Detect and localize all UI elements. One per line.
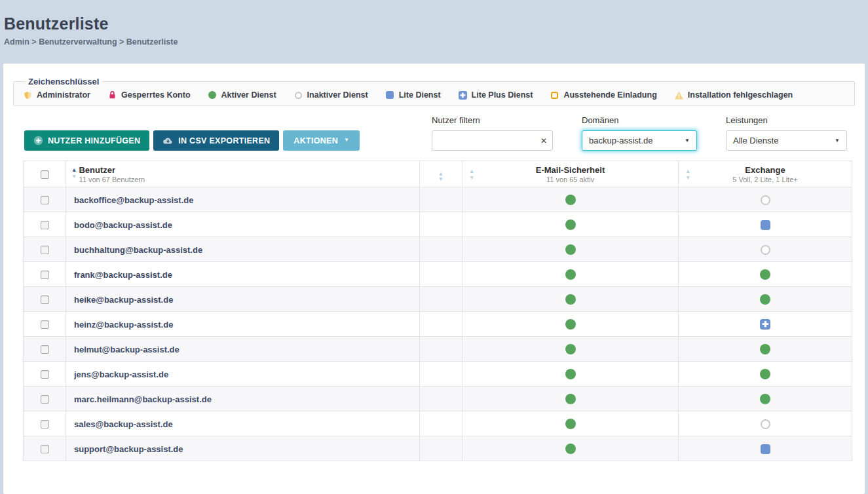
user-email-link[interactable]: bodo@backup-assist.de xyxy=(74,220,172,230)
active-status-icon[interactable] xyxy=(565,244,576,255)
chevron-down-icon: ▼ xyxy=(344,137,349,143)
services-select[interactable]: Alle Dienste ▼ xyxy=(726,130,847,151)
page-header: Benutzerliste Admin > Benutzerverwaltung… xyxy=(0,0,868,64)
active-status-icon[interactable] xyxy=(760,294,770,305)
legend-item-label: Inaktiver Dienst xyxy=(307,90,368,100)
inactive-status-icon[interactable] xyxy=(761,245,770,255)
empty-cell xyxy=(420,387,462,411)
user-email-link[interactable]: backoffice@backup-assist.de xyxy=(74,195,193,205)
user-email-link[interactable]: helmut@backup-assist.de xyxy=(74,345,179,354)
column-title-benutzer: Benutzer xyxy=(79,165,145,175)
actions-button[interactable]: AKTIONEN ▼ xyxy=(283,130,360,151)
empty-cell xyxy=(420,362,462,387)
sort-header-benutzer[interactable]: ▲▼ Benutzer 11 von 67 Benutzern xyxy=(66,161,420,187)
legend-item-label: Gesperrtes Konto xyxy=(121,90,191,100)
inactive-ring-icon xyxy=(293,92,303,99)
empty-cell xyxy=(420,212,462,237)
user-email-link[interactable]: heike@backup-assist.de xyxy=(74,295,173,305)
services-selected-value: Alle Dienste xyxy=(733,136,778,145)
actions-label: AKTIONEN xyxy=(293,136,338,145)
lite-square-icon xyxy=(385,91,395,99)
select-all-checkbox[interactable] xyxy=(41,170,49,179)
row-checkbox[interactable] xyxy=(41,420,49,428)
table-row: sales@backup-assist.de xyxy=(24,411,852,436)
row-checkbox[interactable] xyxy=(41,345,49,354)
legend-item: Ausstehende Einladung xyxy=(550,90,656,100)
active-status-icon[interactable] xyxy=(760,344,770,354)
user-email-link[interactable]: jens@backup-assist.de xyxy=(74,370,168,379)
active-status-icon[interactable] xyxy=(565,195,576,205)
active-status-icon[interactable] xyxy=(565,344,576,354)
table-row: buchhaltung@backup-assist.de xyxy=(24,237,852,262)
table-row: support@backup-assist.de xyxy=(24,436,852,461)
active-status-icon[interactable] xyxy=(565,319,576,330)
cloud-download-icon xyxy=(162,136,174,145)
domains-select[interactable]: backup-assist.de ▼ xyxy=(582,130,697,151)
inactive-status-icon[interactable] xyxy=(761,419,770,429)
services-filter-group: Leistungen Alle Dienste ▼ xyxy=(726,115,847,151)
active-status-icon[interactable] xyxy=(565,394,576,404)
active-status-icon[interactable] xyxy=(760,269,770,280)
row-checkbox[interactable] xyxy=(41,246,49,254)
empty-cell xyxy=(420,312,462,337)
lite-plus-square-icon: ✚ xyxy=(458,91,468,100)
row-checkbox[interactable] xyxy=(41,370,49,379)
legend-item-label: Ausstehende Einladung xyxy=(563,90,656,100)
services-label: Leistungen xyxy=(726,115,847,125)
column-title-exchange: Exchange xyxy=(745,165,785,175)
table-row: helmut@backup-assist.de xyxy=(24,337,852,362)
active-status-icon[interactable] xyxy=(565,269,576,280)
row-checkbox[interactable] xyxy=(41,196,49,204)
active-status-icon[interactable] xyxy=(760,394,770,404)
active-status-icon[interactable] xyxy=(565,219,576,230)
active-status-icon[interactable] xyxy=(565,419,576,429)
sort-header-exchange[interactable]: ▲▼ Exchange 5 Voll, 2 Lite, 1 Lite+ xyxy=(679,161,852,187)
row-checkbox[interactable] xyxy=(41,271,49,279)
legend-item: Administrator xyxy=(23,90,90,100)
add-user-button[interactable]: NUTZER HINZUFÜGEN xyxy=(24,130,149,151)
row-checkbox[interactable] xyxy=(41,320,49,329)
row-checkbox[interactable] xyxy=(41,295,49,304)
row-checkbox[interactable] xyxy=(41,445,49,453)
legend-item-label: Lite Plus Dienst xyxy=(472,90,533,100)
legend-item: Aktiver Dienst xyxy=(208,90,276,100)
legend-item-label: Lite Dienst xyxy=(399,90,441,100)
column-subtitle-exchange: 5 Voll, 2 Lite, 1 Lite+ xyxy=(732,176,797,183)
empty-cell xyxy=(420,287,462,312)
admin-shield-icon xyxy=(23,91,33,100)
domains-label: Domänen xyxy=(582,115,697,125)
row-checkbox[interactable] xyxy=(41,221,49,229)
breadcrumb: Admin > Benutzerverwaltung > Benutzerlis… xyxy=(4,37,868,47)
user-email-link[interactable]: marc.heilmann@backup-assist.de xyxy=(74,394,212,404)
export-csv-button[interactable]: IN CSV EXPORTIEREN xyxy=(153,130,279,151)
empty-cell xyxy=(420,411,462,436)
active-status-icon[interactable] xyxy=(565,294,576,305)
active-status-icon[interactable] xyxy=(565,444,576,454)
sort-header-email-security[interactable]: ▲▼ E-Mail-Sicherheit 11 von 65 aktiv xyxy=(462,161,679,187)
user-email-link[interactable]: support@backup-assist.de xyxy=(74,444,183,454)
user-email-link[interactable]: frank@backup-assist.de xyxy=(74,270,172,280)
lite-status-icon[interactable] xyxy=(761,444,770,454)
select-caret-icon: ▼ xyxy=(685,138,690,143)
active-status-icon[interactable] xyxy=(565,369,576,379)
toolbar: NUTZER HINZUFÜGEN IN CSV EXPORTIEREN AKT… xyxy=(24,115,847,151)
row-checkbox[interactable] xyxy=(41,395,49,404)
lite-plus-status-icon[interactable]: ✚ xyxy=(760,319,770,330)
user-filter-input[interactable] xyxy=(432,130,553,151)
user-email-link[interactable]: heinz@backup-assist.de xyxy=(74,320,173,330)
legend-item-label: Administrator xyxy=(37,90,90,100)
active-status-icon[interactable] xyxy=(760,369,770,379)
inactive-status-icon[interactable] xyxy=(761,195,770,205)
sort-header-status[interactable]: ▲▼ xyxy=(420,161,462,187)
clear-filter-icon[interactable]: ✕ xyxy=(540,137,547,145)
content-panel: Zeichenschlüssel AdministratorGesperrtes… xyxy=(3,64,865,494)
user-email-link[interactable]: buchhaltung@backup-assist.de xyxy=(74,245,202,255)
user-table: ▲▼ Benutzer 11 von 67 Benutzern ▲▼ ▲▼ E-… xyxy=(23,161,852,461)
lite-status-icon[interactable] xyxy=(761,220,770,230)
column-subtitle-benutzer: 11 von 67 Benutzern xyxy=(79,176,145,183)
table-row: frank@backup-assist.de xyxy=(24,262,852,287)
empty-cell xyxy=(420,436,462,461)
user-email-link[interactable]: sales@backup-assist.de xyxy=(74,419,173,429)
legend-item: Lite Dienst xyxy=(385,90,441,100)
table-row: bodo@backup-assist.de xyxy=(24,212,852,237)
